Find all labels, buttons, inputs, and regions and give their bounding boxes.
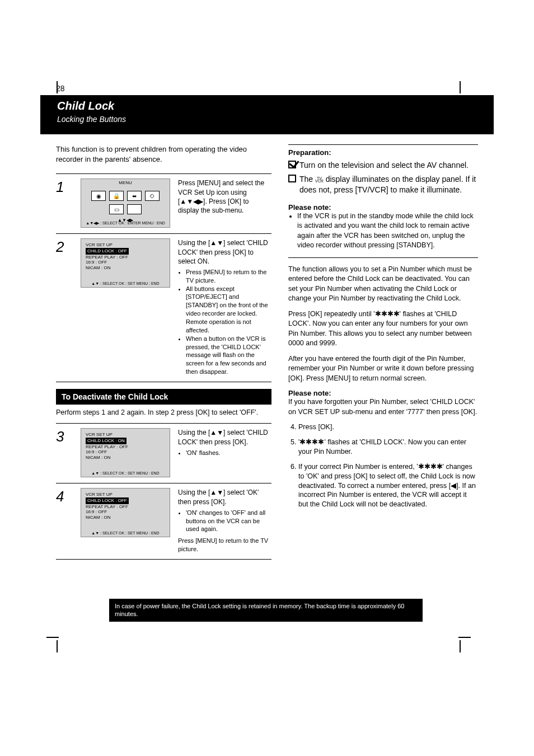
- pin-text-3: After you have entered the fourth digit …: [288, 354, 478, 384]
- bullet: 'ON' changes to 'OFF' and all buttons on…: [186, 509, 271, 534]
- check-2: The TVVCR display illuminates on the dis…: [288, 174, 478, 195]
- crop-mark-br: [458, 636, 475, 652]
- step-2-text: Using the [▲▼] select 'CHILD LOCK' then …: [178, 238, 271, 376]
- check-1: Turn on the television and select the AV…: [288, 160, 478, 171]
- tvvcr-icon: TVVCR: [315, 177, 324, 183]
- deact-step: If your correct Pin Number is entered, '…: [298, 462, 478, 509]
- menu-item-hilite: CHILD LOCK : OFF: [86, 248, 129, 255]
- vcr-setup-icon: 🔒: [109, 191, 124, 201]
- osd-bottom-3: ▲▼ : SELECT OK : SET MENU : END: [81, 471, 170, 475]
- step-3: 3 VCR SET UP CHILD LOCK : ON REPEAT PLAY…: [56, 423, 271, 483]
- osd-menu-title: VCR SET UP: [86, 492, 165, 497]
- menu-item: NICAM : ON: [86, 265, 110, 270]
- menu-item: NICAM : ON: [86, 455, 110, 460]
- bullet: All buttons except [STOP/EJECT] and [STA…: [186, 285, 271, 335]
- bullet: When a button on the VCR is pressed, the…: [186, 335, 271, 376]
- separator: [288, 257, 478, 258]
- step-1-text: Press [MENU] and select the VCR Set Up i…: [178, 179, 271, 228]
- step-2: 2 VCR SET UP CHILD LOCK : OFF REPEAT PLA…: [56, 233, 271, 382]
- osd-title: MENU: [81, 179, 170, 185]
- deact-step: '✱✱✱✱' flashes at 'CHILD LOCK'. Now you …: [298, 438, 478, 457]
- check-text: The TVVCR display illuminates on the dis…: [299, 174, 478, 195]
- step-1-osd: MENU ◉ 🔒 ⬌ ⏲ ▭ ▲▼◀▶ ▲▼◀▶ : SELECT OK : E…: [81, 179, 170, 228]
- osd-menu-title: VCR SET UP: [86, 242, 165, 248]
- step-3-osd: VCR SET UP CHILD LOCK : ON REPEAT PLAY :…: [81, 428, 170, 477]
- menu-item: 16:9 : OFF: [86, 509, 107, 514]
- step-3-heading: Using the [▲▼] select 'CHILD LOCK' then …: [178, 428, 271, 446]
- header-subtitle: Locking the Buttons: [57, 115, 477, 124]
- footer-note: In case of power failure, the Child Lock…: [109, 599, 423, 622]
- left-column: This function is to prevent children fro…: [56, 144, 271, 560]
- step-1-heading: Press [MENU] and select the VCR Set Up i…: [178, 179, 271, 215]
- tuning-icon: ◉: [91, 191, 106, 201]
- pin-note-label: Please note:: [288, 389, 478, 397]
- bullet: 'ON' flashes.: [186, 449, 271, 457]
- timer-icon: ⏲: [145, 191, 160, 201]
- osd-bottom-4: ▲▼ : SELECT OK : SET MENU : END: [81, 531, 170, 535]
- step-4-after: Press [MENU] to return to the TV picture…: [178, 537, 271, 553]
- step-4: 4 VCR SET UP CHILD LOCK : OFF REPEAT PLA…: [56, 483, 271, 559]
- checkbox-icon: [288, 175, 296, 182]
- note-heading: Please note:: [288, 203, 478, 212]
- display-icon: ▭: [109, 204, 124, 214]
- menu-item: NICAM : ON: [86, 515, 110, 520]
- deact-step: Press [OK].: [298, 422, 478, 432]
- step-2-osd: VCR SET UP CHILD LOCK : OFF REPEAT PLAY …: [81, 238, 170, 288]
- step-1: 1 MENU ◉ 🔒 ⬌ ⏲ ▭ ▲▼◀▶ ▲▼◀▶ : SELECT OK :…: [56, 173, 271, 233]
- step-4-heading: Using the [▲▼] select 'OK' then press [O…: [178, 488, 271, 506]
- pin-note: If you have forgotten your Pin Number, s…: [288, 397, 478, 417]
- check-text: Turn on the television and select the AV…: [299, 160, 469, 171]
- step-number: 3: [56, 428, 73, 477]
- step-number: 2: [56, 238, 73, 376]
- note-item: If the VCR is put in the standby mode wh…: [297, 212, 478, 251]
- osd-menu-title: VCR SET UP: [86, 432, 165, 438]
- menu-item: 16:9 : OFF: [86, 260, 107, 265]
- osd-menu: VCR SET UP CHILD LOCK : ON REPEAT PLAY :…: [81, 429, 170, 463]
- menu-item: REPEAT PLAY : OFF: [86, 444, 128, 449]
- osd-bottom-1: ▲▼◀▶ : SELECT OK : ENTER MENU : END: [81, 221, 170, 226]
- header-bar: Child Lock Locking the Buttons: [40, 95, 494, 134]
- step-3-text: Using the [▲▼] select 'CHILD LOCK' then …: [178, 428, 271, 477]
- menu-item: REPEAT PLAY : OFF: [86, 504, 128, 509]
- menu-item-hilite: CHILD LOCK : ON: [86, 438, 127, 444]
- menu-item-hilite: CHILD LOCK : OFF: [86, 497, 129, 504]
- menu-item: 16:9 : OFF: [86, 449, 107, 454]
- checkbox-icon: [288, 161, 296, 168]
- step-4-osd: VCR SET UP CHILD LOCK : OFF REPEAT PLAY …: [81, 488, 170, 537]
- blank-icon: [127, 204, 142, 214]
- osd-menu: VCR SET UP CHILD LOCK : OFF REPEAT PLAY …: [81, 239, 170, 274]
- bullet: Press [MENU] to return to the TV picture…: [186, 268, 271, 285]
- header-title: Child Lock: [57, 100, 477, 112]
- deactivate-heading: To Deactivate the Child Lock: [56, 389, 271, 405]
- page-number: 28: [56, 84, 65, 93]
- step-number: 4: [56, 488, 73, 553]
- menu-item: REPEAT PLAY : OFF: [86, 255, 128, 260]
- right-column: Preparation: Turn on the television and …: [288, 144, 478, 560]
- osd-menu: VCR SET UP CHILD LOCK : OFF REPEAT PLAY …: [81, 489, 170, 523]
- osd-bottom-2: ▲▼ : SELECT OK : SET MENU : END: [81, 281, 170, 285]
- step-number: 1: [56, 179, 73, 228]
- tape-icon: ⬌: [127, 191, 142, 201]
- menu-icons: ◉ 🔒 ⬌ ⏲ ▭: [81, 185, 170, 214]
- pin-text-1: The function allows you to set a Pin Num…: [288, 265, 478, 304]
- step-2-heading: Using the [▲▼] select 'CHILD LOCK' then …: [178, 238, 271, 266]
- step-4-text: Using the [▲▼] select 'OK' then press [O…: [178, 488, 271, 553]
- deactivate-text: Perform steps 1 and 2 again. In step 2 p…: [56, 408, 271, 418]
- deactivate-steps: Press [OK]. '✱✱✱✱' flashes at 'CHILD LOC…: [298, 422, 478, 509]
- prep-label: Preparation:: [288, 148, 478, 157]
- pin-text-2: Press [OK] repeatedly until '✱✱✱✱' flash…: [288, 309, 478, 349]
- crop-mark-bl: [42, 636, 59, 652]
- intro-text: This function is to prevent children fro…: [56, 144, 271, 165]
